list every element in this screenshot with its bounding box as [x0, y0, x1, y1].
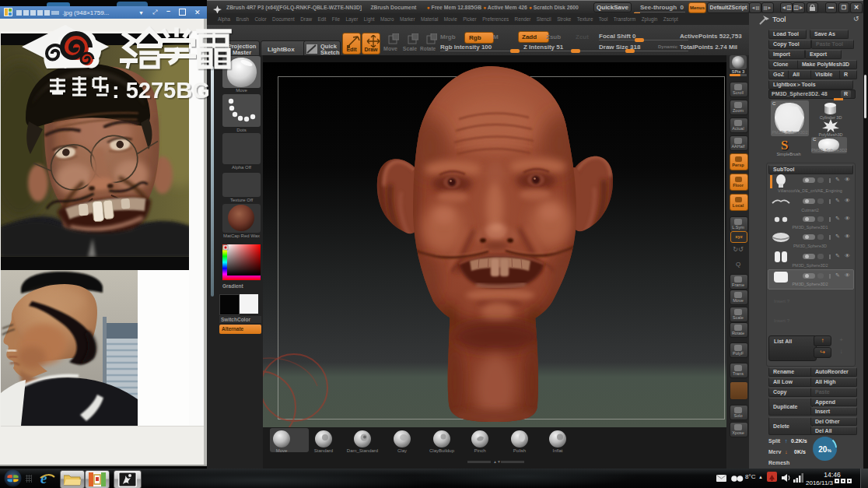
svg-text:e: e [40, 471, 47, 486]
svg-text:: 5275BG: : 5275BG [112, 78, 210, 103]
